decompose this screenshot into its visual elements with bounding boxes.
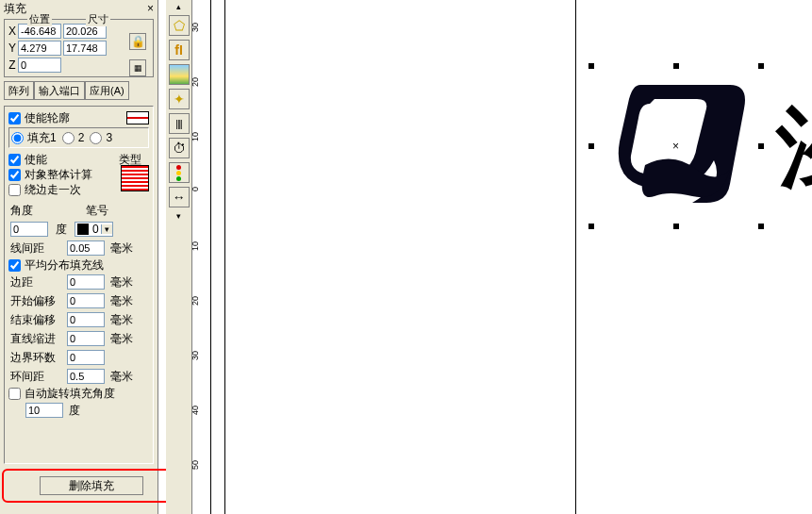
resize-handle-e[interactable] xyxy=(758,143,764,149)
y-label: Y xyxy=(7,41,18,55)
around-once-label: 绕边走一次 xyxy=(25,182,81,198)
panel-titlebar: 填充 × xyxy=(0,0,157,17)
vector-tool-icon[interactable]: ✦ xyxy=(169,89,190,109)
fill-options-group: 使能轮廓 填充1 2 3 类型 使能 对象整体计算 绕边走一次 角度 笔号 度 … xyxy=(4,106,154,464)
mm-label-1: 毫米 xyxy=(110,240,133,257)
resize-handle-s[interactable] xyxy=(673,224,679,229)
x-label: X xyxy=(7,25,18,38)
z-input[interactable] xyxy=(18,58,61,73)
pentagon-tool-icon[interactable]: ⬠ xyxy=(169,15,190,36)
pen-color-icon xyxy=(77,224,89,235)
mm-label-5: 毫米 xyxy=(110,331,133,347)
border-rings-input[interactable] xyxy=(67,350,105,365)
scroll-down-icon[interactable]: ▾ xyxy=(169,211,190,221)
delete-fill-highlight: 删除填充 xyxy=(2,469,181,503)
fill1-label: 填充1 xyxy=(27,130,57,146)
pen-select[interactable]: 0▾ xyxy=(75,222,113,237)
mm-label-4: 毫米 xyxy=(110,312,133,328)
fill3-radio[interactable] xyxy=(90,132,102,144)
edge-margin-input[interactable] xyxy=(67,274,105,290)
enable-label: 使能 xyxy=(25,152,47,168)
barcode-tool-icon[interactable]: |||| xyxy=(169,113,190,134)
fill2-label: 2 xyxy=(78,131,85,144)
auto-rotate-input[interactable] xyxy=(25,403,63,418)
resize-handle-w[interactable] xyxy=(588,143,594,149)
text-tool-icon[interactable]: fI xyxy=(169,40,190,60)
enable-outline-checkbox[interactable] xyxy=(8,112,21,124)
ruler-label: 10 xyxy=(191,132,200,141)
whole-calc-checkbox[interactable] xyxy=(8,169,21,181)
input-port-button[interactable]: 输入端口 xyxy=(34,81,85,100)
resize-handle-se[interactable] xyxy=(758,224,764,229)
ruler-label: 20 xyxy=(191,296,200,306)
angle-label: 角度 xyxy=(10,203,63,219)
close-icon[interactable]: × xyxy=(147,0,154,17)
position-size-group: 位置 尺寸 X Y Z 🔒 ▦ xyxy=(4,19,154,77)
page-edge-line xyxy=(575,0,576,514)
avg-fill-checkbox[interactable] xyxy=(8,259,21,272)
array-button[interactable]: 阵列 xyxy=(4,81,34,100)
ruler-label: 20 xyxy=(191,77,200,87)
border-rings-label: 边界环数 xyxy=(10,350,63,366)
guide-line xyxy=(224,0,225,514)
line-gap-input[interactable] xyxy=(67,240,105,256)
whole-calc-label: 对象整体计算 xyxy=(25,167,92,183)
canvas[interactable]: × 汐 xyxy=(211,0,812,514)
chevron-down-icon: ▾ xyxy=(101,224,112,234)
fill2-radio[interactable] xyxy=(62,132,75,144)
angle-input[interactable] xyxy=(10,222,48,237)
fill1-radio[interactable] xyxy=(11,132,24,144)
delete-fill-button[interactable]: 删除填充 xyxy=(40,476,143,495)
size-header: 尺寸 xyxy=(86,12,110,26)
start-off-input[interactable] xyxy=(67,293,105,308)
apply-button[interactable]: 应用(A) xyxy=(85,81,129,100)
avg-fill-label: 平均分布填充线 xyxy=(25,257,104,274)
ruler-label: 10 xyxy=(191,241,200,251)
anchor-grid-icon[interactable]: ▦ xyxy=(129,59,146,76)
degree-label: 度 xyxy=(56,222,67,238)
z-label: Z xyxy=(7,58,18,72)
auto-rotate-checkbox[interactable] xyxy=(8,388,21,400)
fill-type-swatch[interactable] xyxy=(121,165,149,191)
ring-gap-input[interactable] xyxy=(67,369,105,384)
scroll-up-icon[interactable]: ▴ xyxy=(169,2,190,11)
position-header: 位置 xyxy=(27,12,52,26)
h-input[interactable] xyxy=(63,41,107,56)
traffic-light-icon[interactable] xyxy=(169,162,190,183)
resize-handle-n[interactable] xyxy=(673,63,679,69)
image-tool-icon[interactable] xyxy=(169,64,190,85)
degree-label-2: 度 xyxy=(69,403,80,419)
end-off-input[interactable] xyxy=(67,312,105,327)
resize-handle-nw[interactable] xyxy=(588,63,594,69)
line-indent-label: 直线缩进 xyxy=(10,331,63,347)
resize-handle-ne[interactable] xyxy=(758,63,764,69)
mm-label-6: 毫米 xyxy=(110,369,133,385)
ruler-label: 30 xyxy=(191,351,200,360)
ruler-label: 50 xyxy=(191,460,200,470)
y-input[interactable] xyxy=(18,41,61,56)
edge-margin-label: 边距 xyxy=(10,274,63,290)
panel-title-text: 填充 xyxy=(4,0,26,17)
ruler-label: 0 xyxy=(191,187,200,191)
tool-column: ▴ ⬠ fI ✦ |||| ⏱ ↔ ▾ xyxy=(166,0,192,514)
end-off-label: 结束偏移 xyxy=(10,312,63,328)
text-object[interactable]: 汐 xyxy=(777,90,812,205)
enable-checkbox[interactable] xyxy=(8,154,21,166)
ruler-label: 40 xyxy=(191,406,200,415)
logo-object[interactable] xyxy=(603,75,754,217)
ruler-label: 30 xyxy=(191,23,200,32)
line-indent-input[interactable] xyxy=(67,331,105,346)
auto-rotate-label: 自动旋转填充角度 xyxy=(25,386,115,402)
resize-handle-sw[interactable] xyxy=(588,224,594,229)
timer-tool-icon[interactable]: ⏱ xyxy=(169,138,190,158)
mm-label-2: 毫米 xyxy=(110,274,133,290)
start-off-label: 开始偏移 xyxy=(10,293,63,309)
line-gap-label: 线间距 xyxy=(10,240,63,257)
ring-gap-label: 环间距 xyxy=(10,369,63,385)
fill-panel: 填充 × 位置 尺寸 X Y Z 🔒 ▦ 阵列 输入端口 应用(A) xyxy=(0,0,158,514)
measure-tool-icon[interactable]: ↔ xyxy=(169,187,190,207)
outline-swatch-icon[interactable] xyxy=(126,111,149,124)
enable-outline-label: 使能轮廓 xyxy=(25,110,70,126)
around-once-checkbox[interactable] xyxy=(8,184,21,196)
lock-icon[interactable]: 🔒 xyxy=(129,33,146,50)
